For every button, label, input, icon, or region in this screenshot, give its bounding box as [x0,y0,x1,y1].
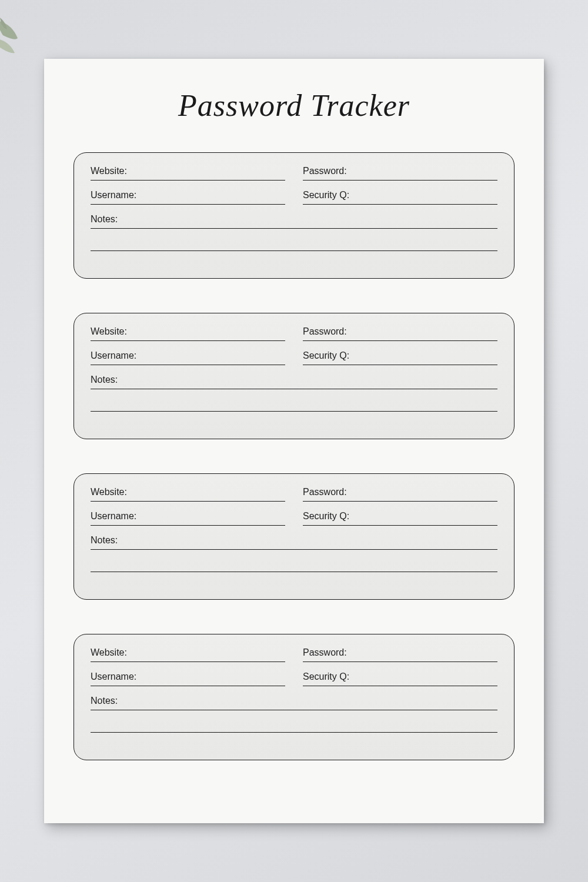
website-field[interactable]: Website: [91,647,285,662]
notes-line[interactable] [91,719,497,733]
password-field[interactable]: Password: [303,326,497,341]
notes-field[interactable]: Notes: [91,375,497,389]
website-field[interactable]: Website: [91,326,285,341]
leaf-decoration-icon [0,18,29,65]
security-field[interactable]: Security Q: [303,511,497,526]
password-entry: Website: Password: Username: Security Q:… [74,152,514,279]
page-title: Password Tracker [74,88,514,123]
password-entry: Website: Password: Username: Security Q:… [74,634,514,760]
username-field[interactable]: Username: [91,671,285,686]
username-field[interactable]: Username: [91,511,285,526]
password-entry: Website: Password: Username: Security Q:… [74,473,514,600]
notes-line[interactable] [91,237,497,251]
website-field[interactable]: Website: [91,166,285,181]
notes-field[interactable]: Notes: [91,214,497,229]
username-field[interactable]: Username: [91,350,285,365]
security-field[interactable]: Security Q: [303,190,497,205]
security-field[interactable]: Security Q: [303,671,497,686]
notes-line[interactable] [91,397,497,412]
password-field[interactable]: Password: [303,647,497,662]
password-tracker-page: Password Tracker Website: Password: User… [44,59,544,823]
password-field[interactable]: Password: [303,487,497,502]
username-field[interactable]: Username: [91,190,285,205]
password-entry: Website: Password: Username: Security Q:… [74,313,514,439]
notes-field[interactable]: Notes: [91,535,497,550]
security-field[interactable]: Security Q: [303,350,497,365]
password-field[interactable]: Password: [303,166,497,181]
notes-field[interactable]: Notes: [91,696,497,710]
notes-line[interactable] [91,558,497,572]
website-field[interactable]: Website: [91,487,285,502]
